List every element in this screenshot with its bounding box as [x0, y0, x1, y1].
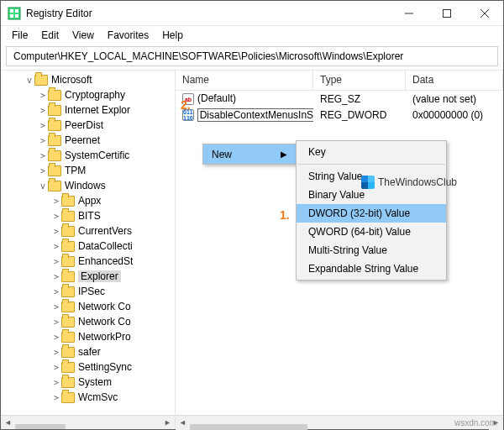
tree-item[interactable]: >SettingSync	[51, 359, 175, 375]
minimize-button[interactable]	[390, 1, 428, 25]
annotation-2: 2.	[181, 98, 191, 112]
value-data: (value not set)	[406, 93, 503, 105]
tree-item[interactable]: >Appx	[51, 193, 175, 208]
value-row-disablecontextmenus[interactable]: 011110DisableContextMenusInStart REG_DWO…	[176, 107, 503, 123]
tree-item[interactable]: >Network Co	[51, 299, 175, 314]
tree-label: WcmSvc	[78, 391, 118, 403]
folder-icon	[61, 317, 75, 328]
menu-separator	[297, 164, 445, 165]
value-row-default[interactable]: ab(Default) REG_SZ (value not set)	[176, 91, 503, 107]
annotation-1: 1.	[280, 208, 290, 222]
menu-item-new[interactable]: New ▶	[203, 144, 296, 164]
values-header: Name Type Data	[176, 71, 503, 91]
tree-item[interactable]: >SystemCertific	[38, 148, 175, 163]
tree-item[interactable]: >BITS	[51, 208, 175, 223]
app-icon	[8, 7, 21, 20]
tree-item[interactable]: >Cryptography	[38, 87, 175, 102]
menu-item-multistring[interactable]: Multi-String Value	[297, 241, 446, 260]
scroll-left-button[interactable]: ◄	[1, 416, 15, 430]
tree-item[interactable]: >CurrentVers	[51, 223, 175, 239]
folder-icon	[48, 135, 61, 146]
col-data[interactable]: Data	[406, 71, 503, 90]
close-button[interactable]	[465, 1, 503, 25]
value-data: 0x00000000 (0)	[406, 109, 503, 121]
folder-icon	[61, 211, 75, 222]
col-name[interactable]: Name	[176, 71, 313, 90]
menu-view[interactable]: View	[66, 28, 100, 43]
tree-item[interactable]: >Network Co	[51, 314, 175, 329]
watermark: TheWindowsClub	[361, 176, 457, 189]
address-bar[interactable]	[6, 46, 498, 66]
folder-icon	[61, 377, 75, 388]
scroll-right-button[interactable]: ►	[160, 416, 175, 430]
tree-label: CurrentVers	[78, 225, 132, 237]
menu-item-expandstring[interactable]: Expandable String Value	[297, 260, 446, 278]
footer-credit: wsxdn.com	[454, 418, 496, 427]
registry-editor-window: Registry Editor File Edit View Favorites…	[0, 0, 504, 430]
tree-item[interactable]: >TPM	[38, 163, 175, 178]
tree-label: Explorer	[78, 270, 121, 282]
tree-label: SystemCertific	[65, 149, 129, 161]
tree-label: Cryptography	[65, 89, 125, 101]
scroll-left-button[interactable]: ◄	[176, 416, 190, 430]
tree-item[interactable]: >safer	[51, 344, 175, 359]
tree-h-scrollbar[interactable]: ◄ ►	[1, 415, 175, 429]
folder-icon	[61, 347, 75, 358]
tree-item[interactable]: vMicrosoft	[24, 72, 175, 87]
window-buttons	[390, 1, 503, 25]
menu-help[interactable]: Help	[156, 28, 189, 43]
address-input[interactable]	[12, 50, 492, 63]
svg-rect-1	[10, 9, 13, 13]
menu-item-dword[interactable]: DWORD (32-bit) Value	[297, 204, 446, 223]
tree-label: BITS	[78, 210, 101, 222]
folder-icon	[61, 241, 75, 252]
menu-item-qword[interactable]: QWORD (64-bit) Value	[297, 223, 446, 241]
folder-icon	[61, 332, 75, 343]
tree-label: Network Co	[78, 301, 131, 312]
menubar: File Edit View Favorites Help	[1, 26, 503, 45]
menu-item-key[interactable]: Key	[297, 143, 446, 161]
tree-item[interactable]: >DataCollecti	[51, 239, 175, 254]
tree-item[interactable]: >NetworkPro	[51, 329, 175, 344]
folder-icon	[61, 362, 75, 373]
svg-rect-4	[15, 14, 18, 18]
tree-label: Internet Explor	[65, 104, 130, 116]
svg-rect-3	[10, 14, 13, 18]
tree-item[interactable]: >WcmSvc	[51, 390, 175, 405]
context-submenu-new: Key String Value Binary Value DWORD (32-…	[296, 140, 447, 281]
tree-item[interactable]: >System	[51, 375, 175, 390]
folder-icon	[48, 181, 61, 191]
scroll-thumb[interactable]	[190, 424, 307, 430]
menu-favorites[interactable]: Favorites	[102, 28, 155, 43]
folder-icon	[34, 75, 48, 86]
context-menu-new: New ▶	[202, 144, 297, 165]
menu-edit[interactable]: Edit	[35, 28, 65, 43]
tree-scroll[interactable]: vMicrosoft>Cryptography>Internet Explor>…	[1, 71, 175, 415]
value-type: REG_DWORD	[313, 109, 406, 121]
menu-file[interactable]: File	[6, 28, 34, 43]
tree-item[interactable]: vWindows	[38, 178, 175, 193]
tree-label: PeerDist	[65, 119, 103, 131]
value-name-editing[interactable]: DisableContextMenusInStart	[197, 108, 313, 122]
tree-item[interactable]: >IPSec	[51, 284, 175, 299]
tree-pane: vMicrosoft>Cryptography>Internet Explor>…	[1, 71, 176, 429]
folder-icon	[61, 286, 75, 297]
maximize-button[interactable]	[428, 1, 465, 25]
tree-item[interactable]: >EnhancedSt	[51, 254, 175, 269]
folder-icon	[48, 165, 61, 176]
tree-item[interactable]: >Internet Explor	[38, 102, 175, 118]
submenu-arrow-icon: ▶	[281, 149, 287, 159]
tree-label: NetworkPro	[78, 331, 131, 343]
folder-icon	[48, 90, 61, 101]
scroll-thumb[interactable]	[15, 424, 66, 429]
tree-item[interactable]: >Peernet	[38, 133, 175, 148]
tree-label: System	[78, 376, 112, 388]
tree-item[interactable]: >PeerDist	[38, 118, 175, 133]
tree-item[interactable]: >Explorer	[51, 269, 175, 284]
tree-label: TPM	[65, 165, 86, 176]
tree-label: IPSec	[78, 286, 105, 297]
folder-icon	[61, 226, 75, 237]
tree-label: DataCollecti	[78, 240, 133, 252]
tree-label: Appx	[78, 195, 101, 207]
col-type[interactable]: Type	[313, 71, 406, 90]
